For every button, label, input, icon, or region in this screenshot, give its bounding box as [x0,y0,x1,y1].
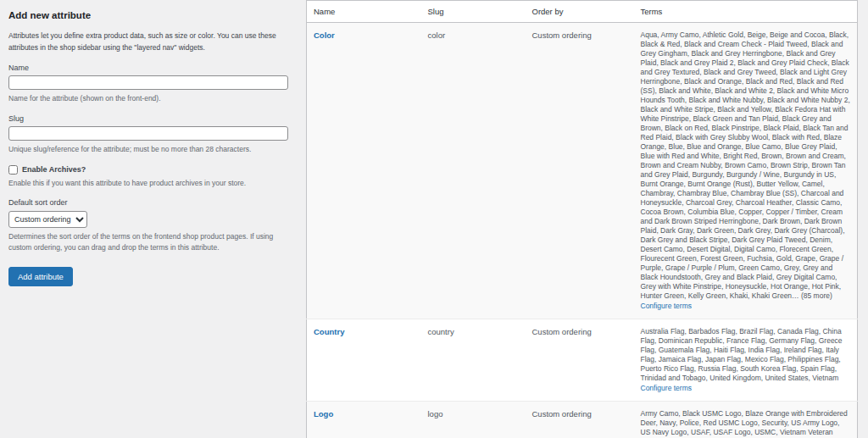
add-attribute-panel: Add new attribute Attributes let you def… [0,0,302,438]
table-header-row: Name Slug Order by Terms [307,1,858,23]
cell-slug: color [421,23,526,319]
cell-order-by: Custom ordering [526,402,634,438]
enable-archives-checkbox[interactable] [8,165,18,175]
attribute-link-country[interactable]: Country [314,327,344,336]
cell-terms: Aqua, Army Camo, Athletic Gold, Beige, B… [634,23,858,319]
panel-title: Add new attribute [8,10,293,20]
add-attribute-button[interactable]: Add attribute [8,267,73,286]
header-slug: Slug [421,1,526,23]
cell-name: Country [307,319,421,402]
header-name: Name [307,1,421,23]
cell-slug: country [421,319,526,402]
cell-order-by: Custom ordering [526,23,634,319]
sort-order-help-text: Determines the sort order of the terms o… [8,231,293,253]
name-input[interactable] [8,75,288,90]
archives-help-text: Enable this if you want this attribute t… [8,178,293,189]
default-sort-order-select[interactable]: Custom ordering [8,211,87,228]
enable-archives-label: Enable Archives? [22,165,86,174]
enable-archives-row: Enable Archives? [8,165,293,175]
attribute-link-logo[interactable]: Logo [314,409,333,419]
attributes-table: Name Slug Order by Terms Color color Cus… [306,0,858,438]
attribute-link-color[interactable]: Color [314,30,335,40]
cell-terms: Australia Flag, Barbados Flag, Brazil Fl… [634,319,858,402]
slug-label: Slug [8,114,293,123]
name-help-text: Name for the attribute (shown on the fro… [8,93,293,104]
cell-slug: logo [421,402,526,438]
configure-terms-link-country[interactable]: Configure terms [641,384,692,393]
terms-list: Army Camo, Black USMC Logo, Blaze Orange… [641,409,851,437]
header-order-by: Order by [526,1,634,23]
slug-help-text: Unique slug/reference for the attribute;… [8,144,293,155]
name-label: Name [8,64,293,72]
table-row-country: Country country Custom ordering Australi… [307,319,858,402]
cell-order-by: Custom ordering [526,319,634,402]
header-terms: Terms [634,1,858,23]
configure-terms-link-color[interactable]: Configure terms [641,302,692,311]
table-row-color: Color color Custom ordering Aqua, Army C… [307,23,858,319]
terms-list: Australia Flag, Barbados Flag, Brazil Fl… [641,327,851,383]
panel-intro-text: Attributes let you define extra product … [8,30,293,53]
terms-list: Aqua, Army Camo, Athletic Gold, Beige, B… [641,30,851,301]
cell-terms: Army Camo, Black USMC Logo, Blaze Orange… [634,402,858,438]
table-row-logo: Logo logo Custom ordering Army Camo, Bla… [307,402,858,438]
sort-order-label: Default sort order [8,198,293,207]
cell-name: Color [307,23,421,319]
slug-input[interactable] [8,126,288,141]
cell-name: Logo [307,402,421,438]
